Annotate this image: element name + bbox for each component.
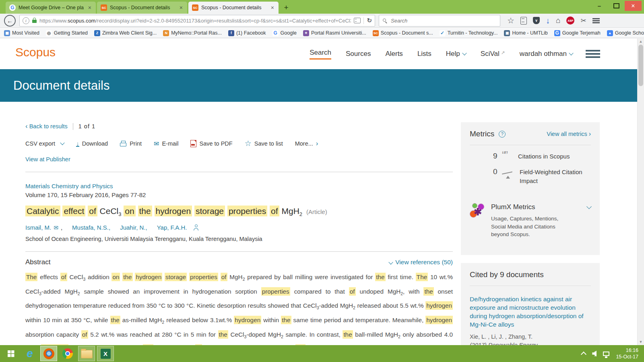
chevron-down-icon[interactable]	[586, 204, 592, 209]
abstract-heading: Abstract	[25, 258, 50, 266]
tab-close-icon[interactable]: ×	[179, 4, 184, 11]
print-button[interactable]: Print	[120, 140, 142, 147]
bookmark-portal-rasmi[interactable]: ✦Portal Rasmi Universiti...	[303, 30, 366, 36]
nav-scival[interactable]: SciVal	[481, 50, 505, 58]
shield-extension-icon[interactable]	[533, 17, 540, 24]
author-link[interactable]: Ismail, M.	[25, 224, 51, 231]
page-title-banner: Document details	[0, 69, 637, 102]
tray-expand-icon[interactable]	[581, 351, 586, 357]
screenshot-tool-icon[interactable]	[580, 16, 586, 25]
bookmark-google-scholar[interactable]: ▴Google Scholar	[607, 30, 644, 36]
nav-lists[interactable]: Lists	[417, 50, 431, 58]
scopus-logo[interactable]: Scopus	[15, 45, 56, 59]
affiliation: School of Ocean Engineering, Universiti …	[25, 236, 453, 242]
cited-by-heading: Cited by 9 documents	[470, 270, 591, 279]
url-bar[interactable]: https://www.scopus.com/record/display.ur…	[19, 15, 375, 27]
taskbar-chrome[interactable]	[59, 346, 76, 361]
nav-user-menu[interactable]: wardah othman	[520, 50, 573, 58]
chevron-left-icon	[25, 123, 29, 130]
download-button[interactable]: Download	[76, 140, 108, 147]
cited-by-card: Cited by 9 documents De/hydrogenation ki…	[461, 263, 600, 345]
https-lock-icon[interactable]	[32, 20, 37, 23]
reader-view-icon[interactable]	[354, 18, 361, 23]
cited-by-document-link[interactable]: De/hydrogenation kinetics against air ex…	[470, 295, 591, 329]
scroll-down-icon[interactable]	[638, 340, 644, 344]
window-minimize-button[interactable]	[591, 1, 608, 11]
save-to-list-button[interactable]: Save to list	[245, 140, 283, 147]
author-profile-icon[interactable]	[193, 224, 199, 230]
save-to-pdf-button[interactable]: Save to PDF	[190, 140, 232, 147]
csv-export-button[interactable]: CSV export	[25, 140, 64, 147]
firefox-icon	[43, 348, 54, 359]
browser-search-bar[interactable]	[379, 15, 500, 27]
bookmark-scopus[interactable]: SCScopus - Document s...	[373, 30, 433, 36]
taskbar-clock[interactable]: 16:1615-Oct-17	[616, 347, 638, 360]
downloads-icon[interactable]	[546, 16, 550, 25]
bookmark-google-terjemah[interactable]: GGoogle Terjemah	[554, 30, 601, 36]
nav-sources[interactable]: Sources	[346, 50, 371, 58]
nav-alerts[interactable]: Alerts	[385, 50, 402, 58]
chevron-down-icon	[60, 140, 64, 145]
view-all-metrics-link[interactable]: View all metrics	[547, 130, 591, 138]
plumx-title[interactable]: PlumX Metrics	[491, 203, 535, 211]
author-email-icon[interactable]	[54, 224, 58, 231]
bookmark-star-icon[interactable]	[507, 16, 514, 25]
bookmark-getting-started[interactable]: ⊕Getting Started	[46, 30, 88, 36]
bookmark-umtlib[interactable]: ▣Home - UMTLib	[504, 30, 547, 36]
plumx-section[interactable]: PlumX Metrics Usage, Captures, Mentions,…	[470, 203, 591, 239]
browser-tab-active[interactable]: SC Scopus - Document details ×	[188, 2, 279, 14]
taskbar-excel[interactable]	[97, 346, 114, 361]
scrollbar-thumb[interactable]	[638, 45, 643, 86]
info-icon[interactable]	[23, 17, 29, 24]
browser-tab[interactable]: SC Scopus - Document details ×	[97, 2, 187, 14]
back-to-results-link[interactable]: Back to results	[25, 122, 68, 130]
taskbar-file-explorer[interactable]	[78, 346, 95, 361]
scrollbar[interactable]	[637, 39, 644, 345]
divider	[470, 286, 591, 286]
tab-close-icon[interactable]: ×	[87, 4, 92, 11]
page-content: Back to results 1 of 1 CSV export Downlo…	[0, 102, 637, 345]
scroll-up-icon[interactable]	[638, 39, 644, 43]
article-title: Catalytic effect of CeCl3 on the hydroge…	[25, 206, 453, 217]
help-icon[interactable]	[499, 131, 506, 138]
bookmarks-panel-icon[interactable]	[520, 17, 527, 25]
url-text[interactable]: https://www.scopus.com/record/display.ur…	[39, 18, 351, 24]
home-icon[interactable]	[556, 16, 560, 25]
nav-help[interactable]: Help	[446, 50, 466, 58]
taskbar-internet-explorer[interactable]	[21, 346, 38, 361]
taskbar-firefox[interactable]	[40, 346, 57, 361]
window-close-button[interactable]	[625, 1, 642, 11]
reload-icon[interactable]	[367, 17, 372, 24]
abstract-text: The effects of CeCl3 addition on the hyd…	[25, 271, 453, 345]
browser-search-input[interactable]	[390, 17, 496, 24]
library-icon: ▣	[504, 30, 510, 36]
window-maximize-button[interactable]	[608, 1, 625, 11]
start-button[interactable]	[2, 346, 19, 361]
browser-tab[interactable]: G Meet Google Drive – One pla ×	[6, 2, 96, 14]
bookmark-google[interactable]: GGoogle	[272, 30, 297, 36]
email-button[interactable]: E-mail	[154, 140, 179, 148]
volume-line: Volume 170, 15 February 2016, Pages 77-8…	[25, 191, 453, 198]
author-link[interactable]: Juahir, N.,	[120, 224, 147, 231]
more-button[interactable]: More...	[295, 140, 318, 148]
view-at-publisher-link[interactable]: View at Publisher	[25, 156, 70, 162]
journal-link[interactable]: Materials Chemistry and Physics	[25, 183, 113, 189]
nav-search[interactable]: Search	[310, 49, 331, 60]
author-link[interactable]: Mustafa, N.S.,	[72, 224, 110, 231]
adblock-plus-icon[interactable]: ABP	[566, 16, 574, 25]
network-icon[interactable]	[603, 352, 609, 356]
bookmark-facebook[interactable]: f(1) Facebook	[228, 30, 266, 36]
view-references-link[interactable]: View references (50)	[389, 259, 453, 266]
author-link[interactable]: Yap, F.A.H.	[157, 224, 187, 231]
new-tab-button[interactable]	[280, 2, 293, 14]
back-icon[interactable]	[4, 15, 16, 27]
scopus-menu-icon[interactable]	[586, 50, 600, 58]
volume-icon[interactable]	[592, 351, 597, 357]
divider	[25, 251, 453, 252]
bookmark-most-visited[interactable]: ▦Most Visited	[4, 30, 39, 36]
bookmark-turnitin[interactable]: ✓Turnitin - Technology...	[440, 30, 498, 36]
tab-close-icon[interactable]: ×	[270, 4, 275, 11]
browser-menu-icon[interactable]	[592, 18, 600, 23]
bookmark-mynemo[interactable]: NMyNemo::Portal Ras...	[163, 30, 222, 36]
bookmark-zimbra[interactable]: ZZimbra Web Client Sig...	[94, 30, 157, 36]
